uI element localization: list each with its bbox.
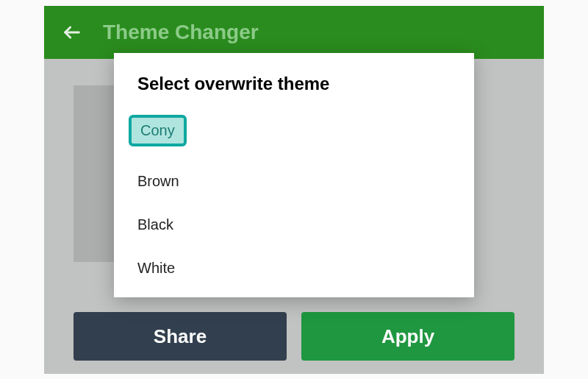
theme-option-white[interactable]: White <box>137 260 175 277</box>
theme-option-cony[interactable]: Cony <box>129 115 187 146</box>
theme-option-label: Cony <box>140 122 175 138</box>
screen: Theme Changer Share Apply Select overwri… <box>0 0 588 379</box>
select-theme-dialog: Select overwrite theme Cony Brown Black … <box>114 53 474 297</box>
dialog-title: Select overwrite theme <box>137 74 451 94</box>
theme-option-label: Black <box>137 216 173 233</box>
theme-option-brown[interactable]: Brown <box>137 173 179 190</box>
theme-option-label: White <box>137 260 175 276</box>
theme-option-black[interactable]: Black <box>137 216 173 233</box>
theme-option-label: Brown <box>137 173 179 189</box>
dialog-options: Cony Brown Black White <box>137 115 451 277</box>
